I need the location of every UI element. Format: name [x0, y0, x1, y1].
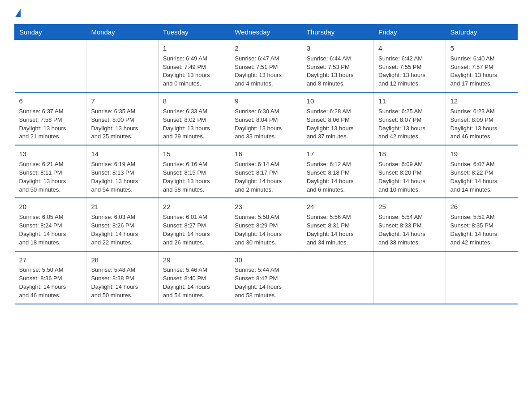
calendar-cell: 2Sunrise: 6:47 AM Sunset: 7:51 PM Daylig… [230, 40, 302, 93]
weekday-header-monday: Monday [86, 25, 158, 40]
calendar-cell: 4Sunrise: 6:42 AM Sunset: 7:55 PM Daylig… [374, 40, 446, 93]
calendar-cell: 17Sunrise: 6:12 AM Sunset: 8:18 PM Dayli… [302, 145, 373, 198]
day-info: Sunrise: 6:19 AM Sunset: 8:13 PM Dayligh… [91, 160, 153, 194]
day-info: Sunrise: 6:30 AM Sunset: 8:04 PM Dayligh… [235, 107, 297, 141]
day-info: Sunrise: 6:47 AM Sunset: 7:51 PM Dayligh… [235, 55, 297, 88]
day-number: 2 [235, 43, 297, 53]
day-number: 15 [163, 149, 225, 159]
calendar-cell: 28Sunrise: 5:48 AM Sunset: 8:38 PM Dayli… [86, 251, 158, 304]
calendar-cell: 19Sunrise: 6:07 AM Sunset: 8:22 PM Dayli… [446, 145, 517, 198]
day-number: 16 [235, 149, 297, 159]
calendar-cell: 1Sunrise: 6:49 AM Sunset: 7:49 PM Daylig… [158, 40, 230, 93]
calendar-week-row: 13Sunrise: 6:21 AM Sunset: 8:11 PM Dayli… [15, 145, 518, 198]
day-info: Sunrise: 6:14 AM Sunset: 8:17 PM Dayligh… [235, 160, 297, 194]
calendar-cell: 14Sunrise: 6:19 AM Sunset: 8:13 PM Dayli… [86, 145, 158, 198]
calendar-week-row: 1Sunrise: 6:49 AM Sunset: 7:49 PM Daylig… [15, 40, 518, 93]
day-number: 17 [307, 149, 369, 159]
day-info: Sunrise: 6:37 AM Sunset: 7:58 PM Dayligh… [19, 107, 82, 141]
calendar-week-row: 27Sunrise: 5:50 AM Sunset: 8:36 PM Dayli… [15, 251, 518, 304]
day-info: Sunrise: 5:54 AM Sunset: 8:33 PM Dayligh… [378, 213, 441, 247]
day-info: Sunrise: 6:49 AM Sunset: 7:49 PM Dayligh… [163, 55, 225, 88]
day-number: 28 [91, 255, 153, 265]
weekday-header-thursday: Thursday [302, 25, 373, 40]
calendar-cell: 21Sunrise: 6:03 AM Sunset: 8:26 PM Dayli… [86, 198, 158, 251]
day-number: 22 [163, 202, 225, 212]
calendar-cell: 12Sunrise: 6:23 AM Sunset: 8:09 PM Dayli… [446, 92, 517, 145]
day-number: 27 [19, 255, 82, 265]
day-info: Sunrise: 6:44 AM Sunset: 7:53 PM Dayligh… [307, 55, 369, 88]
day-info: Sunrise: 6:09 AM Sunset: 8:20 PM Dayligh… [378, 160, 441, 194]
day-info: Sunrise: 6:40 AM Sunset: 7:57 PM Dayligh… [450, 55, 513, 88]
weekday-header-wednesday: Wednesday [230, 25, 302, 40]
day-info: Sunrise: 6:28 AM Sunset: 8:06 PM Dayligh… [307, 107, 369, 141]
day-number: 13 [19, 149, 82, 159]
calendar-cell: 8Sunrise: 6:33 AM Sunset: 8:02 PM Daylig… [158, 92, 230, 145]
day-info: Sunrise: 6:03 AM Sunset: 8:26 PM Dayligh… [91, 213, 153, 247]
calendar-cell: 5Sunrise: 6:40 AM Sunset: 7:57 PM Daylig… [446, 40, 517, 93]
day-number: 1 [163, 43, 225, 53]
calendar-cell: 10Sunrise: 6:28 AM Sunset: 8:06 PM Dayli… [302, 92, 373, 145]
calendar-cell [15, 40, 86, 93]
day-info: Sunrise: 6:05 AM Sunset: 8:24 PM Dayligh… [19, 213, 82, 247]
weekday-header-saturday: Saturday [446, 25, 517, 40]
day-info: Sunrise: 6:35 AM Sunset: 8:00 PM Dayligh… [91, 107, 153, 141]
calendar-cell: 3Sunrise: 6:44 AM Sunset: 7:53 PM Daylig… [302, 40, 373, 93]
day-number: 19 [450, 149, 513, 159]
day-number: 9 [235, 96, 297, 106]
day-number: 18 [378, 149, 441, 159]
calendar-cell: 7Sunrise: 6:35 AM Sunset: 8:00 PM Daylig… [86, 92, 158, 145]
day-number: 14 [91, 149, 153, 159]
day-number: 29 [163, 255, 225, 265]
day-info: Sunrise: 6:16 AM Sunset: 8:15 PM Dayligh… [163, 160, 225, 194]
weekday-header-row: SundayMondayTuesdayWednesdayThursdayFrid… [15, 25, 518, 40]
calendar-table: SundayMondayTuesdayWednesdayThursdayFrid… [14, 24, 518, 304]
weekday-header-sunday: Sunday [15, 25, 86, 40]
day-info: Sunrise: 5:46 AM Sunset: 8:40 PM Dayligh… [163, 266, 225, 300]
calendar-cell: 27Sunrise: 5:50 AM Sunset: 8:36 PM Dayli… [15, 251, 86, 304]
calendar-cell: 11Sunrise: 6:25 AM Sunset: 8:07 PM Dayli… [374, 92, 446, 145]
calendar-cell: 25Sunrise: 5:54 AM Sunset: 8:33 PM Dayli… [374, 198, 446, 251]
page-header [14, 11, 518, 17]
day-number: 30 [235, 255, 297, 265]
calendar-cell: 30Sunrise: 5:44 AM Sunset: 8:42 PM Dayli… [230, 251, 302, 304]
day-number: 20 [19, 202, 82, 212]
day-info: Sunrise: 6:42 AM Sunset: 7:55 PM Dayligh… [378, 55, 441, 88]
weekday-header-tuesday: Tuesday [158, 25, 230, 40]
day-number: 4 [378, 43, 441, 53]
day-info: Sunrise: 5:44 AM Sunset: 8:42 PM Dayligh… [235, 266, 297, 300]
calendar-cell [302, 251, 373, 304]
calendar-cell: 29Sunrise: 5:46 AM Sunset: 8:40 PM Dayli… [158, 251, 230, 304]
day-info: Sunrise: 5:56 AM Sunset: 8:31 PM Dayligh… [307, 213, 369, 247]
day-number: 5 [450, 43, 513, 53]
weekday-header-friday: Friday [374, 25, 446, 40]
day-info: Sunrise: 5:52 AM Sunset: 8:35 PM Dayligh… [450, 213, 513, 247]
calendar-cell: 15Sunrise: 6:16 AM Sunset: 8:15 PM Dayli… [158, 145, 230, 198]
day-info: Sunrise: 6:23 AM Sunset: 8:09 PM Dayligh… [450, 107, 513, 141]
day-info: Sunrise: 5:50 AM Sunset: 8:36 PM Dayligh… [19, 266, 82, 300]
day-info: Sunrise: 6:07 AM Sunset: 8:22 PM Dayligh… [450, 160, 513, 194]
day-number: 8 [163, 96, 225, 106]
calendar-cell: 18Sunrise: 6:09 AM Sunset: 8:20 PM Dayli… [374, 145, 446, 198]
day-info: Sunrise: 6:01 AM Sunset: 8:27 PM Dayligh… [163, 213, 225, 247]
day-number: 3 [307, 43, 369, 53]
day-info: Sunrise: 6:21 AM Sunset: 8:11 PM Dayligh… [19, 160, 82, 194]
calendar-cell: 9Sunrise: 6:30 AM Sunset: 8:04 PM Daylig… [230, 92, 302, 145]
day-info: Sunrise: 5:48 AM Sunset: 8:38 PM Dayligh… [91, 266, 153, 300]
day-number: 21 [91, 202, 153, 212]
calendar-cell: 16Sunrise: 6:14 AM Sunset: 8:17 PM Dayli… [230, 145, 302, 198]
day-info: Sunrise: 5:58 AM Sunset: 8:29 PM Dayligh… [235, 213, 297, 247]
day-number: 6 [19, 96, 82, 106]
day-info: Sunrise: 6:12 AM Sunset: 8:18 PM Dayligh… [307, 160, 369, 194]
calendar-week-row: 20Sunrise: 6:05 AM Sunset: 8:24 PM Dayli… [15, 198, 518, 251]
day-info: Sunrise: 6:25 AM Sunset: 8:07 PM Dayligh… [378, 107, 441, 141]
calendar-cell: 22Sunrise: 6:01 AM Sunset: 8:27 PM Dayli… [158, 198, 230, 251]
calendar-cell: 24Sunrise: 5:56 AM Sunset: 8:31 PM Dayli… [302, 198, 373, 251]
calendar-week-row: 6Sunrise: 6:37 AM Sunset: 7:58 PM Daylig… [15, 92, 518, 145]
day-number: 11 [378, 96, 441, 106]
calendar-cell [374, 251, 446, 304]
calendar-cell: 6Sunrise: 6:37 AM Sunset: 7:58 PM Daylig… [15, 92, 86, 145]
calendar-cell: 26Sunrise: 5:52 AM Sunset: 8:35 PM Dayli… [446, 198, 517, 251]
calendar-cell [86, 40, 158, 93]
logo-triangle-icon [15, 9, 21, 17]
calendar-cell [446, 251, 517, 304]
